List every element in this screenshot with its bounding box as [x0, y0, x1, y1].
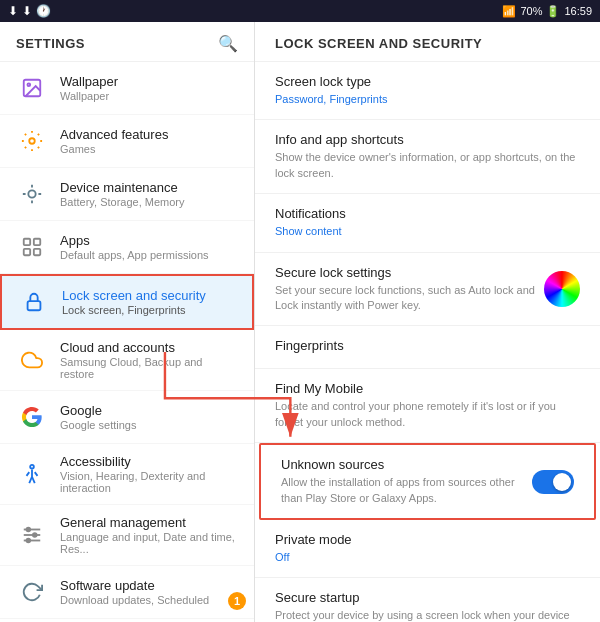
search-icon[interactable]: 🔍	[218, 34, 238, 53]
accessibility-icon	[16, 458, 48, 490]
sidebar-item-device-text: Device maintenance Battery, Storage, Mem…	[60, 180, 238, 208]
sidebar-item-device-sub: Battery, Storage, Memory	[60, 196, 238, 208]
content-header: LOCK SCREEN AND SECURITY	[255, 22, 600, 62]
private-mode-sub: Off	[275, 550, 580, 565]
find-mobile-sub: Locate and control your phone remotely i…	[275, 399, 580, 430]
content-title: LOCK SCREEN AND SECURITY	[275, 36, 580, 51]
content-item-find-mobile[interactable]: Find My Mobile Locate and control your p…	[255, 369, 600, 443]
svg-rect-4	[24, 239, 30, 245]
sidebar-item-general[interactable]: General management Language and input, D…	[0, 505, 254, 566]
sidebar-item-device[interactable]: Device maintenance Battery, Storage, Mem…	[0, 168, 254, 221]
unknown-sources-title: Unknown sources	[281, 457, 532, 472]
content-item-private-mode[interactable]: Private mode Off	[255, 520, 600, 578]
sidebar-item-accessibility-title: Accessibility	[60, 454, 238, 469]
sidebar-item-general-sub: Language and input, Date and time, Res..…	[60, 531, 238, 555]
main-layout: SETTINGS 🔍 Wallpaper Wallpaper	[0, 22, 600, 622]
sidebar-item-lock-text: Lock screen and security Lock screen, Fi…	[62, 288, 236, 316]
sidebar-item-lock-screen[interactable]: Lock screen and security Lock screen, Fi…	[0, 274, 254, 330]
update-icon	[16, 576, 48, 608]
sidebar-item-accessibility[interactable]: Accessibility Vision, Hearing, Dexterity…	[0, 444, 254, 505]
content-item-info-shortcuts[interactable]: Info and app shortcuts Show the device o…	[255, 120, 600, 194]
content-item-unknown-sources[interactable]: Unknown sources Allow the installation o…	[259, 443, 596, 520]
notifications-sub: Show content	[275, 224, 580, 239]
svg-point-2	[29, 138, 35, 144]
sidebar-item-accessibility-sub: Vision, Hearing, Dexterity and interacti…	[60, 470, 238, 494]
lock-icon	[18, 286, 50, 318]
battery-icon: 🔋	[546, 5, 560, 18]
status-bar-right: 📶 70% 🔋 16:59	[502, 5, 592, 18]
secure-lock-title: Secure lock settings	[275, 265, 544, 280]
sidebar-item-apps-sub: Default apps, App permissions	[60, 249, 238, 261]
sidebar-item-software-text: Software update Download updates, Schedu…	[60, 578, 238, 606]
clock-icon: 🕐	[36, 4, 51, 18]
secure-startup-sub: Protect your device by using a screen lo…	[275, 608, 580, 622]
battery-percent: 70%	[520, 5, 542, 17]
google-icon	[16, 401, 48, 433]
sidebar-item-cloud-text: Cloud and accounts Samsung Cloud, Backup…	[60, 340, 238, 380]
status-bar-left: ⬇ ⬇ 🕐	[8, 4, 51, 18]
sidebar-title: SETTINGS	[16, 36, 85, 51]
color-wheel-icon	[544, 271, 580, 307]
content-item-screen-lock[interactable]: Screen lock type Password, Fingerprints	[255, 62, 600, 120]
notifications-title: Notifications	[275, 206, 580, 221]
svg-rect-7	[34, 249, 40, 255]
sidebar-item-cloud[interactable]: Cloud and accounts Samsung Cloud, Backup…	[0, 330, 254, 391]
find-mobile-title: Find My Mobile	[275, 381, 580, 396]
sidebar-item-advanced-title: Advanced features	[60, 127, 238, 142]
sidebar-item-accessibility-text: Accessibility Vision, Hearing, Dexterity…	[60, 454, 238, 494]
update-badge: 1	[228, 592, 246, 610]
sidebar-item-wallpaper-text: Wallpaper Wallpaper	[60, 74, 238, 102]
svg-point-1	[27, 83, 30, 86]
status-bar: ⬇ ⬇ 🕐 📶 70% 🔋 16:59	[0, 0, 600, 22]
management-icon	[16, 519, 48, 551]
apps-icon	[16, 231, 48, 263]
sidebar-item-google-sub: Google settings	[60, 419, 238, 431]
content-item-secure-lock[interactable]: Secure lock settings Set your secure loc…	[255, 253, 600, 327]
sidebar-item-apps[interactable]: Apps Default apps, App permissions	[0, 221, 254, 274]
sidebar-item-google-title: Google	[60, 403, 238, 418]
sidebar-item-apps-text: Apps Default apps, App permissions	[60, 233, 238, 261]
secure-lock-row: Secure lock settings Set your secure loc…	[275, 265, 580, 314]
sidebar-item-software-sub: Download updates, Scheduled	[60, 594, 238, 606]
sidebar-item-lock-sub: Lock screen, Fingerprints	[62, 304, 236, 316]
sidebar-item-advanced[interactable]: Advanced features Games	[0, 115, 254, 168]
advanced-icon	[16, 125, 48, 157]
unknown-sources-row: Unknown sources Allow the installation o…	[281, 457, 574, 506]
sidebar-item-google[interactable]: Google Google settings	[0, 391, 254, 444]
sidebar-header: SETTINGS 🔍	[0, 22, 254, 62]
sidebar-item-apps-title: Apps	[60, 233, 238, 248]
screen-lock-title: Screen lock type	[275, 74, 580, 89]
svg-point-15	[27, 539, 31, 543]
info-shortcuts-title: Info and app shortcuts	[275, 132, 580, 147]
svg-rect-6	[24, 249, 30, 255]
sidebar-item-wallpaper-sub: Wallpaper	[60, 90, 238, 102]
content-item-notifications[interactable]: Notifications Show content	[255, 194, 600, 252]
sidebar-item-software[interactable]: Software update Download updates, Schedu…	[0, 566, 254, 619]
sidebar-item-google-text: Google Google settings	[60, 403, 238, 431]
sidebar: SETTINGS 🔍 Wallpaper Wallpaper	[0, 22, 255, 622]
download2-icon: ⬇	[22, 4, 32, 18]
sidebar-item-general-text: General management Language and input, D…	[60, 515, 238, 555]
secure-startup-title: Secure startup	[275, 590, 580, 605]
svg-rect-5	[34, 239, 40, 245]
sidebar-item-general-title: General management	[60, 515, 238, 530]
content-area: LOCK SCREEN AND SECURITY Screen lock typ…	[255, 22, 600, 622]
content-item-secure-startup[interactable]: Secure startup Protect your device by us…	[255, 578, 600, 622]
device-icon	[16, 178, 48, 210]
info-shortcuts-sub: Show the device owner's information, or …	[275, 150, 580, 181]
svg-point-14	[33, 533, 37, 537]
sidebar-item-advanced-sub: Games	[60, 143, 238, 155]
time-display: 16:59	[564, 5, 592, 17]
private-mode-title: Private mode	[275, 532, 580, 547]
unknown-sources-text: Unknown sources Allow the installation o…	[281, 457, 532, 506]
download-icon: ⬇	[8, 4, 18, 18]
sidebar-item-cloud-title: Cloud and accounts	[60, 340, 238, 355]
svg-point-13	[27, 528, 31, 532]
content-item-fingerprints[interactable]: Fingerprints	[255, 326, 600, 369]
sidebar-item-wallpaper[interactable]: Wallpaper Wallpaper	[0, 62, 254, 115]
unknown-sources-toggle[interactable]	[532, 470, 574, 494]
sidebar-item-lock-title: Lock screen and security	[62, 288, 236, 303]
cloud-icon	[16, 344, 48, 376]
screen-lock-sub: Password, Fingerprints	[275, 92, 580, 107]
svg-point-3	[28, 190, 35, 197]
